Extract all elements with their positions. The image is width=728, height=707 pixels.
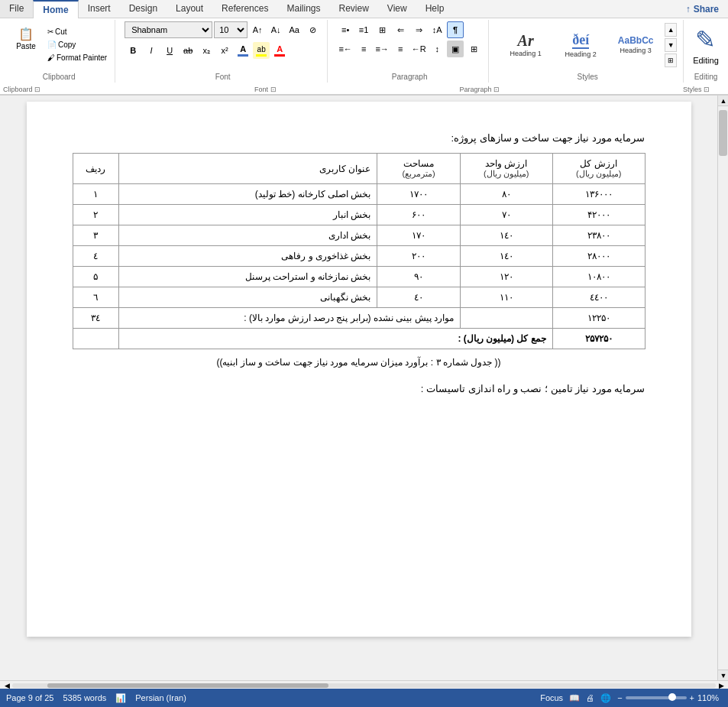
font-name-select[interactable]: Shabnam: [125, 21, 212, 38]
editing-text: Editing: [693, 56, 719, 65]
strikethrough-button[interactable]: ab: [180, 42, 196, 59]
shading-button[interactable]: ▣: [447, 41, 464, 57]
font-shade-button[interactable]: A: [271, 42, 288, 59]
scroll-left-button[interactable]: ◀: [2, 682, 12, 689]
increase-font-button[interactable]: A↑: [249, 21, 266, 38]
ribbon-content: 📋 Paste ✂ Cut 📄 Copy 🖌 Format Painter: [0, 18, 728, 84]
zoom-out-button[interactable]: −: [617, 693, 622, 702]
show-formatting-button[interactable]: ¶: [447, 21, 464, 38]
heading1-style[interactable]: Ar Heading 1: [498, 23, 553, 67]
tab-design[interactable]: Design: [120, 0, 167, 18]
clipboard-group: 📋 Paste ✂ Cut 📄 Copy 🖌 Format Painter: [3, 20, 115, 83]
highlight-button[interactable]: ab: [253, 42, 270, 59]
web-layout-icon[interactable]: 🌐: [600, 693, 611, 703]
share-button[interactable]: ↑ Share: [677, 0, 728, 18]
bottom-section-title: سرمایه مورد نیاز تامین ؛ نصب و راه انداز…: [73, 383, 645, 394]
zoom-slider[interactable]: [626, 696, 687, 699]
bold-button[interactable]: B: [125, 42, 141, 59]
format-painter-icon: 🖌: [47, 54, 55, 62]
subscript-button[interactable]: x₂: [198, 42, 215, 59]
col-arzesh-vahed-header: ارزش واحد (میلیون ریال): [460, 154, 552, 184]
tab-mailings[interactable]: Mailings: [277, 0, 329, 18]
language-indicator[interactable]: Persian (Iran): [135, 693, 186, 702]
table-row: ۱۲۲۵۰ موارد پیش بینی نشده (برابر پنج درص…: [73, 308, 645, 329]
radif-cell: ۳٤: [73, 308, 118, 329]
document-scroll-area: سرمایه مورد نیاز جهت ساخت و سازهای پروژه…: [0, 96, 717, 680]
align-left-button[interactable]: ≡←: [337, 41, 354, 57]
document-page: سرمایه مورد نیاز جهت ساخت و سازهای پروژه…: [27, 102, 691, 637]
italic-button[interactable]: I: [143, 42, 160, 59]
borders-button[interactable]: ⊞: [465, 41, 482, 57]
numbering-button[interactable]: ≡1: [355, 21, 372, 38]
align-center-button[interactable]: ≡: [355, 41, 372, 57]
superscript-button[interactable]: x²: [216, 42, 233, 59]
styles-scroll-up[interactable]: ▲: [665, 23, 677, 37]
table-body: ۱۳۶۰۰۰ ۸۰ ۱۷۰۰بخش اصلی کارخانه (خط تولید…: [73, 184, 645, 349]
font-group: Shabnam 10 A↑ A↓ Aa ⊘ B I U ab x₂ x²: [118, 20, 328, 83]
font-group-label: Font: [118, 73, 327, 81]
paste-button[interactable]: 📋 Paste: [9, 24, 43, 54]
arzesh-vahed-cell: ۱۱۰: [460, 287, 552, 308]
scroll-down-button[interactable]: ▼: [718, 670, 728, 680]
status-left: Page 9 of 25 5385 words 📊 Persian (Iran): [6, 693, 186, 703]
increase-indent-button[interactable]: ⇒: [410, 21, 427, 38]
tab-view[interactable]: View: [378, 0, 416, 18]
justify-button[interactable]: ≡: [392, 41, 409, 57]
styles-expand[interactable]: ⊞: [665, 54, 677, 67]
line-spacing-button[interactable]: ↕: [429, 41, 445, 57]
vertical-scrollbar[interactable]: ▲ ▼: [717, 96, 728, 680]
styles-scroll-down[interactable]: ▼: [665, 38, 677, 52]
masahat-cell: ۱۷۰: [377, 225, 461, 246]
scroll-up-button[interactable]: ▲: [718, 96, 728, 106]
h-scroll-track[interactable]: [12, 683, 716, 688]
change-case-button[interactable]: Aa: [286, 21, 303, 38]
editing-group: ✎ Editing Editing: [687, 20, 725, 83]
decrease-indent-button[interactable]: ⇐: [392, 21, 409, 38]
clear-format-button[interactable]: ⊘: [304, 21, 321, 38]
font-color-button[interactable]: A: [235, 42, 251, 59]
multilevel-list-button[interactable]: ⊞: [374, 21, 390, 38]
tab-file[interactable]: File: [0, 0, 33, 18]
sort-button[interactable]: ↕A: [429, 21, 445, 38]
h-scroll-thumb: [47, 683, 328, 688]
document-stats-icon[interactable]: 📊: [115, 693, 126, 703]
arzesh-kol-cell: ۲۳۸۰۰: [552, 225, 645, 246]
heading3-style[interactable]: AaBbCc Heading 3: [608, 23, 663, 67]
decrease-font-button[interactable]: A↓: [267, 21, 284, 38]
cut-button[interactable]: ✂ Cut: [44, 26, 110, 37]
copy-button[interactable]: 📄 Copy: [44, 39, 110, 50]
tab-layout[interactable]: Layout: [167, 0, 212, 18]
underline-button[interactable]: U: [161, 42, 178, 59]
clipboard-dialog-launcher[interactable]: Clipboard ⊡: [3, 86, 40, 93]
tab-home[interactable]: Home: [33, 0, 78, 18]
print-layout-icon[interactable]: 🖨: [586, 693, 594, 702]
bullets-button[interactable]: ≡•: [337, 21, 354, 38]
tab-review[interactable]: Review: [329, 0, 377, 18]
format-painter-button[interactable]: 🖌 Format Painter: [44, 52, 110, 63]
focus-label[interactable]: Focus: [540, 693, 563, 702]
zoom-in-button[interactable]: +: [690, 693, 694, 702]
tab-help[interactable]: Help: [416, 0, 454, 18]
zoom-level[interactable]: 110%: [697, 693, 722, 702]
paragraph-group-label: Paragraph: [331, 73, 488, 81]
table-row: ۱۰۸۰۰ ۱۲۰ ۹۰بخش نمازخانه و استراحت پرسنل…: [73, 267, 645, 287]
tab-insert[interactable]: Insert: [79, 0, 120, 18]
align-right-button[interactable]: ≡→: [374, 41, 390, 57]
document-container: ▲ ▼ سرمایه مورد نیاز جهت ساخت و سازهای پ…: [0, 96, 728, 680]
heading2-style[interactable]: ðeí Heading 2: [553, 23, 608, 67]
paragraph-dialog-launcher[interactable]: Paragraph ⊡: [460, 86, 500, 93]
rtl-button[interactable]: ←R: [410, 41, 427, 57]
tab-references[interactable]: References: [212, 0, 277, 18]
font-size-select[interactable]: 10: [214, 21, 248, 38]
scroll-track[interactable]: [718, 106, 728, 670]
page-info: Page 9 of 25: [6, 693, 53, 702]
font-dialog-launcher[interactable]: Font ⊡: [254, 86, 277, 93]
read-mode-icon[interactable]: 📖: [569, 693, 580, 703]
arzesh-vahed-cell: ۱۲۰: [460, 267, 552, 287]
scroll-right-button[interactable]: ▶: [716, 682, 726, 689]
arzesh-vahed-cell: ۱٤۰: [460, 246, 552, 267]
table-row: ۲۳۸۰۰ ۱٤۰ ۱۷۰بخش اداری ۳: [73, 225, 645, 246]
share-icon: ↑: [686, 4, 691, 15]
styles-dialog-launcher[interactable]: Styles ⊡: [683, 86, 710, 93]
section-title: سرمایه مورد نیاز جهت ساخت و سازهای پروژه…: [73, 132, 645, 144]
